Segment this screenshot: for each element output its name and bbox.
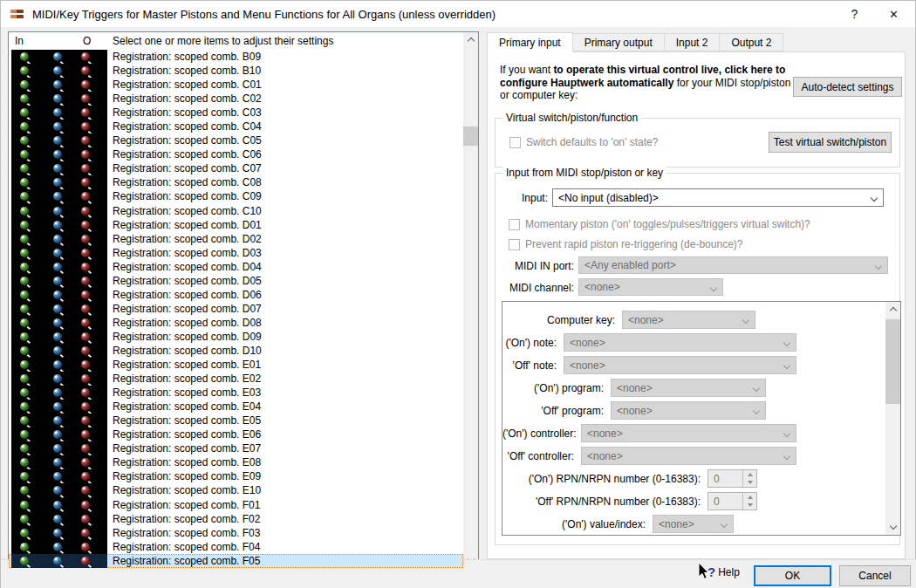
list-item[interactable]: Registration: scoped comb. E03 — [9, 386, 463, 400]
detail-panel-scrollbar[interactable] — [885, 302, 900, 535]
out-led-icon — [81, 402, 90, 411]
in-led-icon — [20, 263, 29, 271]
led-strip — [11, 358, 107, 372]
tab-primary-input[interactable]: Primary input — [487, 32, 573, 52]
ok-button[interactable]: OK — [754, 565, 831, 586]
list-item[interactable]: Registration: scoped comb. E05 — [9, 414, 463, 427]
list-item[interactable]: Registration: scoped comb. E01 — [9, 358, 463, 372]
chevron-down-icon — [753, 385, 760, 392]
list-item[interactable]: Registration: scoped comb. C08 — [9, 175, 463, 189]
detail-combobox: <none> — [653, 515, 734, 533]
list-item[interactable]: Registration: scoped comb. F03 — [9, 526, 463, 540]
auto-detect-settings-button[interactable]: Auto-detect settings — [793, 77, 902, 97]
scroll-up-button[interactable] — [463, 32, 478, 47]
list-item[interactable]: Registration: scoped comb. B09 — [9, 50, 463, 64]
out-led-icon — [81, 360, 90, 369]
led-strip — [11, 455, 107, 469]
list-header: In O Select one or more items to adjust … — [9, 32, 463, 50]
list-item[interactable]: Registration: scoped comb. F05 — [9, 554, 463, 568]
detail-row: 'Off' program:<none> — [502, 400, 885, 423]
cancel-button[interactable]: Cancel — [839, 565, 911, 586]
vertical-scroll-thumb[interactable] — [463, 126, 478, 146]
mid-led-icon — [53, 501, 62, 509]
list-item[interactable]: Registration: scoped comb. E08 — [9, 455, 463, 469]
combobox-value: <none> — [587, 427, 623, 440]
list-item-label: Registration: scoped comb. D01 — [113, 219, 262, 231]
led-strip — [11, 330, 107, 344]
mid-led-icon — [53, 235, 62, 243]
list-item[interactable]: Registration: scoped comb. E02 — [9, 372, 463, 386]
list-item[interactable]: Registration: scoped comb. D01 — [9, 218, 463, 232]
mid-led-icon — [53, 150, 62, 159]
list-item[interactable]: Registration: scoped comb. D04 — [9, 260, 463, 274]
list-item-label: Registration: scoped comb. C04 — [113, 120, 262, 133]
list-item[interactable]: Registration: scoped comb. E04 — [9, 400, 463, 414]
in-led-icon — [20, 108, 29, 117]
list-item[interactable]: Registration: scoped comb. D06 — [9, 288, 463, 302]
list-item[interactable]: Registration: scoped comb. C01 — [9, 78, 463, 92]
window-help-button[interactable]: ? — [835, 1, 874, 27]
chevron-up-icon — [889, 307, 896, 314]
list-item[interactable]: Registration: scoped comb. C09 — [9, 189, 463, 203]
detail-row: 'Off' note:<none> — [502, 355, 885, 378]
mid-led-icon — [53, 430, 62, 439]
list-item[interactable]: Registration: scoped comb. C03 — [9, 106, 463, 120]
list-item[interactable]: Registration: scoped comb. D08 — [9, 316, 463, 330]
out-led-icon — [81, 235, 90, 243]
list-item[interactable]: Registration: scoped comb. C10 — [9, 204, 463, 218]
test-virtual-switch-button[interactable]: Test virtual switch/piston — [769, 132, 892, 153]
tab-input-2[interactable]: Input 2 — [664, 33, 721, 51]
out-led-icon — [81, 346, 90, 355]
vertical-scroll-thumb[interactable] — [885, 319, 900, 404]
detail-row-label: 'Off' program: — [502, 405, 604, 417]
mid-led-icon — [53, 122, 62, 131]
list-item[interactable]: Registration: scoped comb. D09 — [9, 330, 463, 344]
list-item-label: Registration: scoped comb. F02 — [113, 513, 260, 525]
scroll-up-button[interactable] — [885, 302, 900, 317]
list-item[interactable]: Registration: scoped comb. C06 — [9, 147, 463, 161]
out-led-icon — [81, 221, 90, 229]
list-item[interactable]: Registration: scoped comb. F04 — [9, 540, 463, 554]
list-item[interactable]: Registration: scoped comb. E10 — [9, 483, 463, 497]
tab-output-2[interactable]: Output 2 — [719, 33, 783, 51]
tab-primary-output[interactable]: Primary output — [572, 33, 665, 51]
out-led-icon — [81, 458, 90, 467]
list-item[interactable]: Registration: scoped comb. E06 — [9, 427, 463, 441]
in-led-icon — [20, 277, 29, 285]
list-item[interactable]: Registration: scoped comb. E09 — [9, 469, 463, 483]
list-item[interactable]: Registration: scoped comb. C04 — [9, 120, 463, 133]
list-rows: Registration: scoped comb. B09Registrati… — [9, 50, 463, 568]
led-strip — [11, 316, 107, 330]
out-led-icon — [81, 332, 90, 341]
detail-row: 'Off' controller:<none> — [502, 446, 885, 468]
detail-row-label: ('On') program: — [502, 382, 604, 394]
list-item[interactable]: Registration: scoped comb. D10 — [9, 344, 463, 358]
list-item[interactable]: Registration: scoped comb. F02 — [9, 512, 463, 526]
scroll-down-button[interactable] — [885, 520, 900, 535]
app-icon — [10, 9, 24, 20]
list-item[interactable]: Registration: scoped comb. C07 — [9, 161, 463, 175]
list-item[interactable]: Registration: scoped comb. C05 — [9, 133, 463, 147]
list-item[interactable]: Registration: scoped comb. F01 — [9, 498, 463, 512]
input-combobox[interactable]: <No input (disabled)> — [552, 188, 884, 207]
in-led-icon — [20, 178, 29, 187]
window-close-button[interactable]: ✕ — [874, 1, 913, 27]
led-strip — [11, 78, 107, 92]
spin-value: 0 — [708, 470, 742, 487]
list-item[interactable]: Registration: scoped comb. D05 — [9, 274, 463, 288]
list-item[interactable]: Registration: scoped comb. B10 — [9, 64, 463, 78]
list-item[interactable]: Registration: scoped comb. D03 — [9, 246, 463, 260]
list-item[interactable]: Registration: scoped comb. D07 — [9, 302, 463, 316]
help-button[interactable]: ? Help — [698, 563, 740, 581]
out-led-icon — [81, 277, 90, 285]
list-item[interactable]: Registration: scoped comb. E07 — [9, 441, 463, 455]
mid-led-icon — [53, 178, 62, 187]
list-item[interactable]: Registration: scoped comb. C02 — [9, 92, 463, 106]
out-led-icon — [81, 94, 90, 103]
triangle-down-icon — [748, 503, 753, 507]
led-strip — [11, 232, 107, 246]
spin-down-button — [743, 479, 756, 488]
list-item[interactable]: Registration: scoped comb. D02 — [9, 232, 463, 246]
list-vertical-scrollbar[interactable] — [463, 32, 478, 568]
list-item-label: Registration: scoped comb. B10 — [113, 65, 261, 77]
